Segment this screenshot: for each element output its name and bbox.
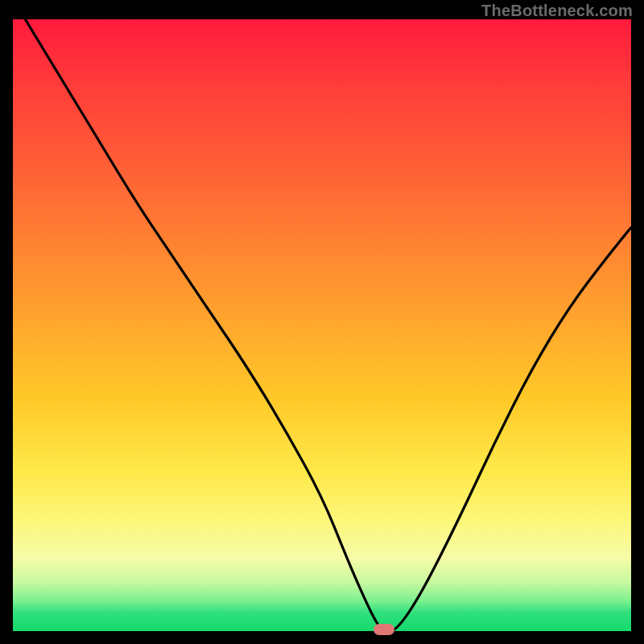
chart-frame: TheBottleneck.com: [0, 0, 644, 644]
plot-area: [13, 19, 631, 631]
bottleneck-curve: [13, 19, 631, 631]
optimal-point-marker: [374, 624, 394, 635]
attribution-label: TheBottleneck.com: [481, 2, 633, 20]
